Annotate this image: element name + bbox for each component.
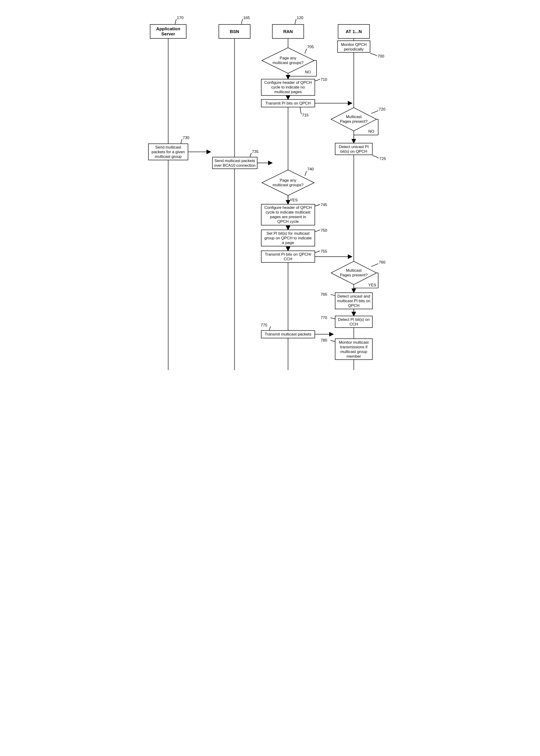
node-735: Send multicast packets over BCA10 connec… xyxy=(212,149,259,169)
header-at: AT 1...N xyxy=(338,25,369,39)
svg-text:Configure header of QPCH: Configure header of QPCH xyxy=(264,80,312,85)
svg-text:transmissions if: transmissions if xyxy=(340,345,367,349)
svg-text:Transmit PI bits on QPCH/: Transmit PI bits on QPCH/ xyxy=(265,252,312,256)
node-740: Page any multicast groups? 740 YES xyxy=(262,167,314,204)
node-750: Set PI bit(s) for multicast group on QPC… xyxy=(261,228,327,246)
svg-text:Multicast: Multicast xyxy=(346,114,361,119)
svg-text:730: 730 xyxy=(183,135,189,140)
svg-text:member: member xyxy=(346,354,361,359)
svg-text:cycle to indicate no: cycle to indicate no xyxy=(271,85,305,89)
svg-text:multicast PI bits on: multicast PI bits on xyxy=(337,299,370,303)
svg-text:QPCH cycle: QPCH cycle xyxy=(277,219,299,224)
svg-text:725: 725 xyxy=(379,156,386,161)
svg-text:770: 770 xyxy=(321,316,327,320)
svg-text:over BCA10 connection: over BCA10 connection xyxy=(214,163,255,168)
svg-text:735: 735 xyxy=(252,149,259,154)
svg-text:Application: Application xyxy=(156,26,180,31)
svg-text:710: 710 xyxy=(321,77,327,82)
svg-text:multicast groups?: multicast groups? xyxy=(273,183,304,187)
node-700: Monitor QPCH periodically 700 xyxy=(338,41,384,59)
svg-text:NO: NO xyxy=(305,70,311,74)
svg-text:YES: YES xyxy=(368,283,376,287)
svg-text:Send multicast: Send multicast xyxy=(155,145,181,149)
svg-text:750: 750 xyxy=(321,228,327,232)
svg-text:Server: Server xyxy=(161,32,175,36)
svg-text:group on QPCH to indicate: group on QPCH to indicate xyxy=(264,236,312,240)
svg-text:Configure header of QPCH: Configure header of QPCH xyxy=(264,205,312,210)
svg-text:QPCH: QPCH xyxy=(348,303,359,308)
svg-text:multicast groups?: multicast groups? xyxy=(273,61,304,65)
node-720: Multicast Pages present? 720 NO xyxy=(331,107,385,143)
node-775: Transmit multicast packets 775 xyxy=(261,323,315,338)
svg-text:Page any: Page any xyxy=(280,56,297,60)
header-appserver: Application Server 170 xyxy=(150,16,186,38)
svg-text:periodically: periodically xyxy=(344,47,363,52)
node-705: Page any multicast groups? 705 NO xyxy=(262,45,317,79)
svg-text:Detect PI bit(s) on: Detect PI bit(s) on xyxy=(338,317,370,322)
header-ran: RAN 120 xyxy=(272,16,304,38)
svg-text:packets for a given: packets for a given xyxy=(152,150,185,154)
svg-text:755: 755 xyxy=(321,249,327,253)
svg-text:Multicast: Multicast xyxy=(346,268,361,273)
svg-text:700: 700 xyxy=(377,54,384,59)
svg-text:165: 165 xyxy=(243,16,250,20)
svg-text:Transmit PI bits on QPCH: Transmit PI bits on QPCH xyxy=(265,101,311,105)
svg-text:Send multicast packets: Send multicast packets xyxy=(214,159,255,163)
svg-text:705: 705 xyxy=(307,45,314,49)
svg-text:Set PI bit(s) for multicast: Set PI bit(s) for multicast xyxy=(267,231,310,235)
node-760: Multicast Pages present? 760 YES xyxy=(331,260,385,293)
svg-text:CCH: CCH xyxy=(349,322,358,326)
svg-text:a page: a page xyxy=(282,240,294,245)
svg-text:RAN: RAN xyxy=(283,29,293,34)
svg-text:740: 740 xyxy=(307,167,314,171)
svg-text:YES: YES xyxy=(290,198,298,202)
svg-text:Monitor QPCH: Monitor QPCH xyxy=(341,42,366,47)
svg-text:Pages present?: Pages present? xyxy=(340,273,367,277)
node-745: Configure header of QPCH cycle to indica… xyxy=(261,203,327,225)
svg-text:bit(s) on QPCH: bit(s) on QPCH xyxy=(340,149,367,154)
node-725: Detect unicast PI bit(s) on QPCH 725 xyxy=(335,143,386,161)
svg-text:170: 170 xyxy=(177,16,184,20)
svg-text:120: 120 xyxy=(297,16,303,20)
svg-text:775: 775 xyxy=(261,323,267,327)
svg-text:multicast pages: multicast pages xyxy=(274,90,302,94)
node-765: Detect unicast and multicast PI bits on … xyxy=(321,292,372,309)
svg-text:multicast group: multicast group xyxy=(155,154,182,159)
node-780: Monitor multicast transmissions if multi… xyxy=(321,338,372,360)
svg-text:Detect unicast and: Detect unicast and xyxy=(338,294,370,298)
node-770: Detect PI bit(s) on CCH 770 xyxy=(321,316,372,328)
svg-text:760: 760 xyxy=(379,260,385,264)
svg-text:Page any: Page any xyxy=(280,178,297,183)
svg-text:720: 720 xyxy=(379,107,385,111)
svg-text:780: 780 xyxy=(321,338,327,343)
node-710: Configure header of QPCH cycle to indica… xyxy=(261,77,327,95)
svg-text:765: 765 xyxy=(321,292,327,297)
svg-text:AT 1...N: AT 1...N xyxy=(346,29,362,34)
svg-text:multicast group: multicast group xyxy=(340,350,367,354)
svg-text:CCH: CCH xyxy=(284,257,292,261)
header-bsn: BSN 165 xyxy=(219,16,250,38)
node-755: Transmit PI bits on QPCH/ CCH 755 xyxy=(261,249,327,262)
svg-text:Monitor multicast: Monitor multicast xyxy=(339,340,369,345)
svg-text:cycle to indicate multicast: cycle to indicate multicast xyxy=(266,210,311,215)
node-730: Send multicast packets for a given multi… xyxy=(149,135,190,160)
svg-text:NO: NO xyxy=(368,129,374,134)
svg-text:pages are present in: pages are present in xyxy=(270,215,306,219)
svg-text:Transmit multicast packets: Transmit multicast packets xyxy=(265,332,311,337)
svg-text:BSN: BSN xyxy=(230,29,239,34)
svg-text:715: 715 xyxy=(302,113,308,117)
svg-text:Detect unicast PI: Detect unicast PI xyxy=(339,145,369,149)
svg-text:Pages present?: Pages present? xyxy=(340,119,367,124)
svg-text:745: 745 xyxy=(321,203,327,207)
flowchart-diagram: Application Server 170 BSN 165 RAN 120 A… xyxy=(135,5,405,382)
